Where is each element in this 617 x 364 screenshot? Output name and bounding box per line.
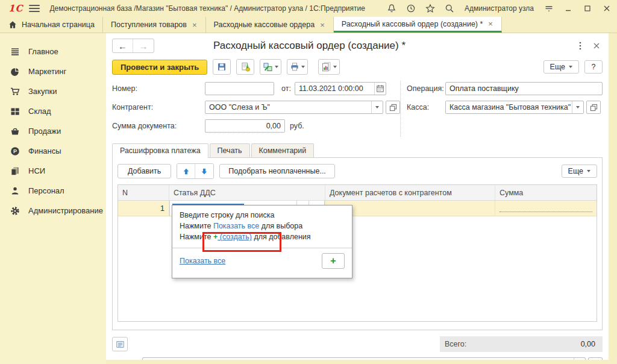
sidebar-item-finansy[interactable]: Р Финансы [0,141,106,161]
chevron-down-icon [569,66,572,68]
move-row-down-button[interactable] [195,164,213,178]
post-document-button[interactable] [236,59,254,75]
1c-logo: 1С [8,3,23,14]
post-document-icon [240,62,251,72]
home-icon [8,20,17,29]
post-and-close-button[interactable]: Провести и закрыть [112,60,207,75]
form-menu-kebab-icon[interactable] [578,41,582,51]
favorites-star-icon[interactable] [425,3,436,14]
create-based-on-button[interactable] [260,59,281,75]
comment-icon [116,340,125,349]
calendar-icon[interactable] [374,83,386,95]
sidebar-item-zakupki[interactable]: Закупки [0,81,106,101]
arrow-down-icon [201,168,208,175]
lines-icon [10,46,20,57]
sidebar-item-glavnoe[interactable]: Главное [0,42,106,61]
close-tab-icon[interactable]: × [487,19,493,28]
create-inline-link[interactable]: (создать) [218,233,252,241]
detail-tab-kommentariy[interactable]: Комментарий [251,143,315,158]
total-strip: Всего: 0,00 [440,336,603,352]
tab-rashodny-kassovy-order-active[interactable]: Расходный кассовый ордер (создание) * × [334,17,502,33]
sidebar-item-personal[interactable]: Персонал [0,181,106,201]
close-tab-icon[interactable]: × [319,20,325,30]
chevron-down-icon [333,66,337,68]
cashier-input[interactable]: Администратор узла [143,358,574,360]
tab-rashodnye-kassovye-ordera[interactable]: Расходные кассовые ордера × [206,17,334,33]
contractor-open-button[interactable] [386,101,400,114]
minimize-button[interactable] [563,3,574,14]
warehouse-boxes-icon [10,106,20,116]
cart-icon [10,86,20,96]
current-user[interactable]: Администратор узла [465,4,534,13]
dds-suggestion-popup: Введите строку для поиска Нажмите Показа… [172,205,352,278]
svg-text:Р: Р [13,148,16,154]
chevron-down-icon [301,66,305,68]
nav-back-button[interactable]: ← [113,39,133,52]
operation-input[interactable]: Оплата поставщику [445,82,603,95]
comment-button[interactable] [112,337,128,351]
cashbox-dropdown-icon[interactable] [572,101,583,113]
create-based-on-icon [263,62,273,72]
amount-label: Сумма документа: [112,122,205,130]
contractor-dropdown-icon[interactable] [371,101,383,113]
date-label: от: [281,84,291,93]
show-all-link[interactable]: Показать все [180,257,225,265]
person-icon [10,186,20,196]
notifications-bell-icon[interactable] [386,3,397,14]
amount-input[interactable]: 0,00 [205,119,285,133]
table-header-row: N Статья ДДС Документ расчетов с контраг… [118,185,597,201]
print-button[interactable] [287,59,308,75]
currency-label: руб. [290,122,304,130]
chevron-down-icon [587,170,590,172]
close-window-button[interactable] [601,3,612,14]
main-hamburger-icon[interactable] [29,5,40,12]
total-label: Всего: [445,340,466,348]
form-more-button[interactable]: Еще [543,60,579,74]
pick-unpaid-button[interactable]: Подобрать неоплаченные... [219,164,335,178]
save-button[interactable] [213,59,231,75]
number-label: Номер: [112,84,205,93]
sidebar-item-prodazhi[interactable]: Продажи [0,121,106,141]
popup-hint-show-all: Нажмите Показать все для выбора [180,222,345,230]
close-tab-icon[interactable]: × [192,20,198,30]
arrow-up-icon [183,168,190,175]
chevron-down-icon [275,66,278,68]
help-button[interactable]: ? [584,60,603,74]
cashbox-open-button[interactable] [586,101,601,114]
contractor-label: Контрагент: [112,103,205,111]
number-input[interactable] [205,82,274,95]
table-more-button[interactable]: Еще [562,165,597,178]
nav-forward-button[interactable]: → [133,39,154,52]
maximize-button[interactable] [582,3,593,14]
detail-tab-pechat[interactable]: Печать [210,143,250,158]
date-input[interactable]: 11.03.2021 0:00:00 [295,83,374,95]
open-in-form-icon [389,104,397,111]
move-row-up-button[interactable] [177,164,195,178]
add-row-button[interactable]: Добавить [117,164,171,178]
cashier-open-button[interactable] [588,357,603,360]
pie-chart-icon [10,66,20,77]
sidebar-item-nsi[interactable]: НСИ [0,161,106,181]
books-stack-icon [10,166,20,176]
sidebar-item-marketing[interactable]: Маркетинг [0,61,106,81]
form-close-icon[interactable] [593,42,600,49]
service-menu-icon[interactable] [543,3,554,14]
form-title: Расходный кассовый ордер (создание) * [213,40,578,52]
history-icon[interactable] [406,3,416,14]
printer-icon [290,62,299,72]
tab-home[interactable]: Начальная страница [0,17,103,33]
reports-button[interactable] [318,59,340,75]
cashier-dropdown-icon[interactable] [574,358,585,360]
show-all-inline-link[interactable]: Показать все [213,222,259,230]
search-icon[interactable] [444,3,455,14]
operation-label: Операция: [407,84,445,93]
sections-sidebar: Главное Маркетинг Закупки Склад Продажи … [0,33,106,364]
tab-postupleniya-tovarov[interactable]: Поступления товаров × [103,17,206,33]
cashbox-input[interactable]: Касса магазина "Бытовая техника" [446,101,572,113]
sidebar-item-sklad[interactable]: Склад [0,101,106,121]
contractor-input[interactable]: ООО "Слеза и Ъ" [205,101,371,113]
sidebar-item-administrirovanie[interactable]: Администрирование [0,201,106,221]
create-new-button[interactable]: + [322,253,345,269]
sum-cell[interactable] [495,201,597,216]
detail-tab-rasshifrovka[interactable]: Расшифровка платежа [112,143,208,158]
